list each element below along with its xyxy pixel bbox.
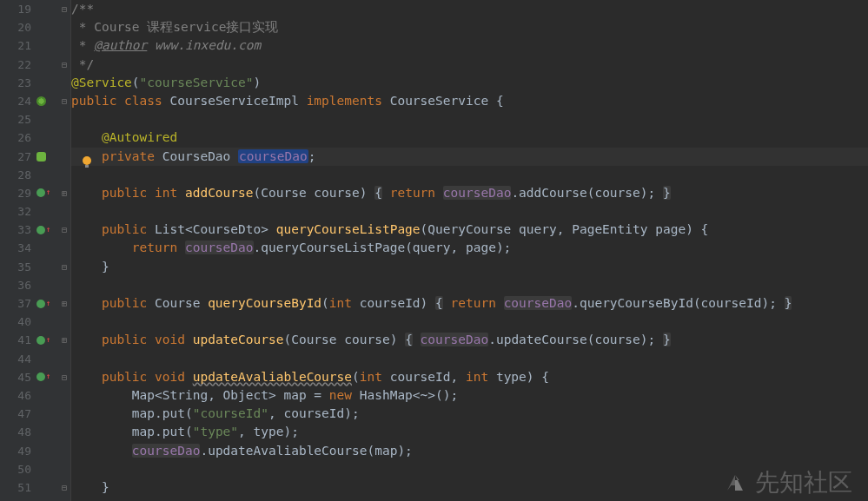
- implements-method-icon[interactable]: [36, 372, 45, 381]
- intention-bulb-icon[interactable]: [83, 156, 91, 165]
- code-line[interactable]: [71, 313, 868, 331]
- code-line[interactable]: private CourseDao courseDao;: [71, 148, 868, 166]
- code-line[interactable]: public void updateAvaliableCourse(int co…: [71, 368, 868, 386]
- gutter-row: 33⊟: [0, 221, 70, 239]
- gutter-row: 41⊞: [0, 331, 70, 349]
- line-number[interactable]: 49: [0, 442, 31, 460]
- gutter-row: 24⊟: [0, 92, 70, 110]
- gutter-row: 50: [0, 460, 70, 478]
- line-number[interactable]: 25: [0, 110, 31, 129]
- line-number[interactable]: 33: [0, 221, 31, 239]
- fold-toggle-icon[interactable]: ⊟: [60, 92, 69, 110]
- gutter-row: 49: [0, 442, 70, 460]
- line-number[interactable]: 23: [0, 74, 31, 92]
- code-line[interactable]: Map<String, Object> map = new HashMap<~>…: [71, 386, 868, 405]
- line-number[interactable]: 21: [0, 36, 31, 55]
- code-token: type) {: [496, 370, 549, 384]
- line-number[interactable]: 35: [0, 258, 31, 276]
- code-token: ): [254, 76, 262, 89]
- line-number[interactable]: 46: [0, 386, 31, 405]
- fold-toggle-icon[interactable]: ⊟: [60, 221, 69, 239]
- code-line[interactable]: map.put("type", type);: [71, 423, 868, 441]
- code-line[interactable]: public List<CourseDto> queryCourseListPa…: [71, 221, 868, 239]
- line-number[interactable]: 37: [0, 294, 31, 313]
- implements-method-icon[interactable]: [36, 300, 45, 308]
- line-number[interactable]: 50: [0, 460, 31, 478]
- spring-bean-icon[interactable]: [36, 96, 46, 106]
- code-token: , courseId);: [268, 406, 360, 420]
- code-line[interactable]: * Course 课程service接口实现: [71, 18, 868, 36]
- code-line[interactable]: courseDao.updateAvaliableCourse(map);: [71, 442, 868, 460]
- code-token: new: [329, 388, 360, 402]
- code-line[interactable]: [71, 276, 868, 294]
- code-line[interactable]: [71, 350, 868, 368]
- code-line[interactable]: @Autowired: [71, 129, 868, 147]
- code-token: .queryCourseById(courseId);: [572, 296, 784, 310]
- fold-toggle-icon[interactable]: ⊟: [60, 478, 69, 497]
- line-number[interactable]: 27: [0, 148, 31, 166]
- fold-toggle-icon[interactable]: ⊟: [60, 56, 69, 74]
- code-line[interactable]: * @author www.inxedu.com: [71, 36, 868, 55]
- code-line[interactable]: [71, 110, 868, 129]
- line-number[interactable]: 45: [0, 368, 31, 386]
- code-token: [71, 296, 102, 310]
- gutter-row: 34: [0, 239, 70, 257]
- code-token: }: [663, 186, 671, 200]
- code-line[interactable]: public class CourseServiceImpl implement…: [71, 92, 868, 110]
- line-number[interactable]: 40: [0, 313, 31, 331]
- line-number[interactable]: 26: [0, 129, 31, 147]
- code-token: HashMap: [360, 388, 413, 402]
- fold-toggle-icon[interactable]: ⊟: [60, 258, 69, 276]
- line-number[interactable]: 36: [0, 276, 31, 294]
- code-token: private: [102, 149, 162, 163]
- line-number[interactable]: 22: [0, 56, 31, 74]
- code-line[interactable]: map.put("courseId", courseId);: [71, 405, 868, 423]
- code-token: int: [466, 370, 496, 384]
- code-token: @Service: [71, 76, 132, 89]
- line-number[interactable]: 47: [0, 405, 31, 423]
- line-number[interactable]: 44: [0, 350, 31, 368]
- line-number[interactable]: 28: [0, 166, 31, 184]
- line-number[interactable]: 24: [0, 92, 31, 110]
- line-number[interactable]: 34: [0, 239, 31, 257]
- line-number[interactable]: 48: [0, 423, 31, 441]
- code-line[interactable]: [71, 460, 868, 478]
- gutter-row: 20: [0, 18, 70, 36]
- line-number[interactable]: 20: [0, 18, 31, 36]
- code-line[interactable]: public int addCourse(Course course) { re…: [71, 184, 868, 202]
- code-token: "type": [193, 425, 238, 438]
- code-line[interactable]: /**: [71, 0, 868, 18]
- code-token: }: [71, 260, 109, 274]
- line-number[interactable]: 41: [0, 331, 31, 349]
- fold-toggle-icon[interactable]: ⊟: [60, 0, 69, 18]
- implements-method-icon[interactable]: [36, 336, 45, 345]
- fold-toggle-icon[interactable]: ⊞: [60, 184, 69, 202]
- line-number[interactable]: 19: [0, 0, 31, 18]
- line-number[interactable]: 29: [0, 184, 31, 202]
- fold-toggle-icon[interactable]: ⊟: [60, 368, 69, 386]
- code-area[interactable]: /** * Course 课程service接口实现 * @author www…: [71, 0, 868, 501]
- code-line[interactable]: public Course queryCourseById(int course…: [71, 294, 868, 313]
- code-line[interactable]: }: [71, 478, 868, 497]
- fold-toggle-icon[interactable]: ⊞: [60, 331, 69, 349]
- code-token: [71, 241, 132, 254]
- code-token: {: [374, 186, 382, 200]
- code-token: * Course 课程service接口实现: [71, 20, 278, 34]
- code-token: [382, 186, 390, 200]
- implements-method-icon[interactable]: [36, 226, 45, 234]
- code-token: Map<String, Object> map =: [71, 388, 329, 402]
- code-line[interactable]: [71, 166, 868, 184]
- implements-method-icon[interactable]: [36, 188, 45, 197]
- code-token: }: [71, 480, 109, 494]
- code-token: public void: [102, 333, 193, 346]
- fold-toggle-icon[interactable]: ⊞: [60, 294, 69, 313]
- line-number[interactable]: 32: [0, 202, 31, 221]
- code-line[interactable]: }: [71, 258, 868, 276]
- line-number[interactable]: 51: [0, 478, 31, 497]
- code-line[interactable]: [71, 202, 868, 221]
- code-line[interactable]: */: [71, 56, 868, 74]
- autowired-bean-icon[interactable]: [36, 152, 46, 162]
- code-line[interactable]: public void updateCourse(Course course) …: [71, 331, 868, 349]
- code-line[interactable]: return courseDao.queryCourseListPage(que…: [71, 239, 868, 257]
- code-line[interactable]: @Service("courseService"): [71, 74, 868, 92]
